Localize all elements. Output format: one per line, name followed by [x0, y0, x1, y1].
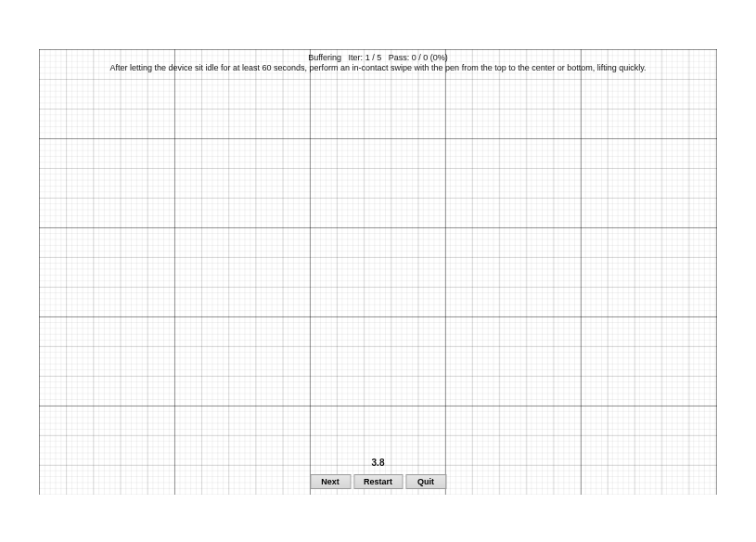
status-pass-total: 0 — [423, 53, 428, 62]
restart-button[interactable]: Restart — [353, 474, 403, 489]
quit-button[interactable]: Quit — [405, 474, 446, 489]
status-iter-total: 5 — [377, 53, 381, 62]
status-pass-label: Pass: — [389, 53, 410, 62]
status-iter-label: Iter: — [349, 53, 364, 62]
status-line: Buffering Iter: 1 / 5 Pass: 0 / 0 (0%) — [308, 53, 448, 62]
timer-value: 3.8 — [372, 458, 385, 468]
button-bar: Next Restart Quit — [310, 474, 446, 489]
instruction-text: After letting the device sit idle for at… — [109, 63, 646, 72]
status-buffering: Buffering — [308, 53, 341, 62]
test-canvas[interactable]: Buffering Iter: 1 / 5 Pass: 0 / 0 (0%) A… — [39, 49, 717, 495]
next-button[interactable]: Next — [310, 474, 351, 489]
status-pass-current: 0 — [412, 53, 416, 62]
status-iter-current: 1 — [365, 53, 370, 62]
status-pass-pct: 0% — [433, 53, 445, 62]
